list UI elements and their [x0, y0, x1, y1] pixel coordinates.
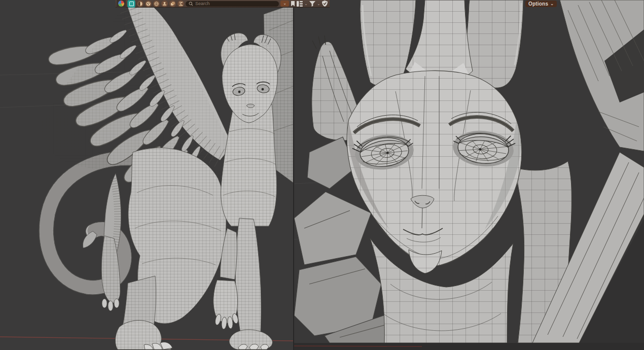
stamp-icon[interactable]: [161, 1, 168, 7]
texture-icon[interactable]: [145, 1, 152, 7]
shield-check-icon[interactable]: [322, 1, 328, 7]
viewport-3d-right[interactable]: [294, 0, 644, 350]
options-label: Options: [528, 1, 548, 7]
filter-chevron-icon[interactable]: ⌄: [317, 1, 320, 7]
app-logo-chip: [117, 0, 126, 8]
search-box: [186, 1, 279, 7]
right-viewport-canvas: [294, 0, 644, 350]
display-mode-chevron-icon[interactable]: ⌄: [304, 1, 308, 7]
left-viewport-canvas: [0, 0, 293, 350]
display-mode-icon[interactable]: [297, 1, 303, 7]
active-tool-box-select-icon[interactable]: [127, 0, 135, 8]
curve-icon[interactable]: [177, 1, 184, 7]
viewport-3d-left[interactable]: [0, 0, 293, 350]
options-dropdown-button[interactable]: Options ⌄: [525, 1, 557, 7]
search-input[interactable]: [195, 1, 276, 6]
app-logo-icon[interactable]: [118, 1, 124, 7]
chevron-down-icon: ⌄: [550, 2, 554, 6]
search-icon: [189, 2, 193, 6]
layers-icon[interactable]: [169, 1, 176, 7]
filter-funnel-icon[interactable]: [309, 1, 315, 7]
matcap-sphere-icon[interactable]: [137, 1, 144, 7]
toolbar: ⌄ ⌄ ⌄: [116, 0, 330, 8]
bookmark-icon[interactable]: [291, 1, 295, 7]
world-icon[interactable]: [153, 1, 160, 7]
collapse-chevron-icon[interactable]: ⌄: [280, 1, 289, 7]
app-window: ⌄ ⌄ ⌄ Options ⌄: [0, 0, 644, 350]
